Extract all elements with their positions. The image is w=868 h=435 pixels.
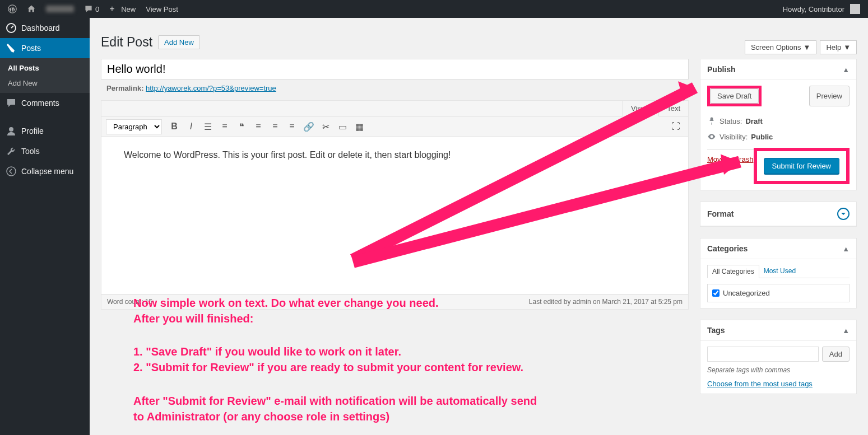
site-name-blurred[interactable] bbox=[43, 6, 77, 12]
view-post-link[interactable]: View Post bbox=[142, 5, 182, 13]
wp-logo-icon[interactable] bbox=[4, 4, 20, 13]
howdy-user[interactable]: Howdy, Contributor bbox=[779, 4, 864, 14]
home-icon[interactable] bbox=[24, 4, 39, 13]
avatar-icon bbox=[850, 4, 860, 14]
admin-topbar: 0 + New View Post Howdy, Contributor bbox=[0, 0, 868, 18]
comments-bubble[interactable]: 0 bbox=[81, 4, 103, 13]
new-menu[interactable]: + New bbox=[106, 4, 139, 14]
